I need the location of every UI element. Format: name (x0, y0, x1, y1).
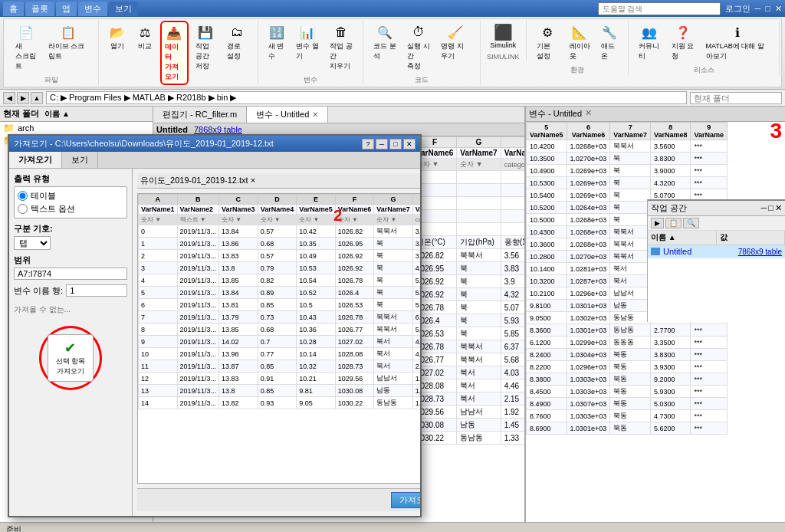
set-path-btn[interactable]: 🗂 경로 설정 (223, 21, 251, 85)
up-btn[interactable]: ▲ (31, 92, 43, 104)
table-row[interactable]: 8.45001.0303e+03북동5.9300*** (527, 386, 728, 398)
radio-table-input[interactable] (18, 191, 28, 201)
table-cell[interactable]: 북 (457, 288, 501, 301)
table-cell[interactable]: 북 (457, 301, 501, 314)
table-row[interactable]: 8.24001.0304e+03북동3.8300*** (527, 349, 728, 361)
table-cell[interactable]: 북서 (457, 392, 501, 406)
radio-text-options[interactable]: 텍스트 옵션 (18, 203, 123, 215)
forward-btn[interactable]: ▶ (17, 92, 29, 104)
tab-view[interactable]: 보기 (109, 2, 138, 16)
compare-btn[interactable]: ⚖ 비교 (133, 21, 157, 85)
table-row[interactable]: 8.69001.0301e+03북동5.6200*** (527, 422, 728, 435)
table-cell[interactable]: 북 (457, 262, 501, 275)
help-search-input[interactable] (598, 2, 721, 15)
import-selected-btn[interactable]: ✔ 선택 항목가져오기 (48, 334, 94, 382)
table-cell[interactable]: 남동 (457, 419, 501, 432)
code-analyze-btn[interactable]: 🔍 코드 분석 (370, 21, 400, 74)
workspace-item-untitled[interactable]: Untitled 7868x9 table (648, 245, 785, 258)
table-cell[interactable]: 북서 (457, 379, 501, 392)
tab-variable[interactable]: 변수 - Untitled ✕ (247, 107, 328, 123)
table-cell[interactable]: 3.9 (501, 275, 524, 288)
table-cell[interactable]: 5.68 (501, 353, 524, 366)
table-cell[interactable] (457, 210, 501, 223)
address-path[interactable]: C: ▶ Program Files ▶ MATLAB ▶ R2018b ▶ b… (46, 91, 687, 104)
close-btn[interactable]: ✕ (775, 4, 782, 14)
back-btn[interactable]: ◀ (3, 92, 15, 104)
table-cell[interactable]: 1.33 (501, 432, 524, 445)
right-title-close[interactable]: ✕ (585, 108, 592, 120)
table-cell[interactable]: 4.46 (501, 379, 524, 392)
table-cell[interactable]: 북 (457, 275, 501, 288)
table-cell[interactable]: 북북서 (457, 353, 501, 366)
table-row[interactable]: 8.76001.0303e+03북동4.7300*** (527, 410, 728, 422)
table-cell[interactable]: 북북서 (457, 340, 501, 353)
table-cell[interactable]: 3.56 (501, 249, 524, 262)
ws-btn-2[interactable]: 📋 (665, 218, 682, 228)
range-input[interactable] (14, 268, 127, 280)
help-req-btn[interactable]: ❓ 지원 요청 (668, 21, 699, 64)
tab-home[interactable]: 홈 (3, 2, 24, 16)
addons-btn[interactable]: 🔧 애드온 (597, 21, 622, 64)
table-row[interactable]: 10.53001.0269e+03북4.3200*** (527, 177, 728, 189)
radio-text-input[interactable] (18, 204, 28, 214)
import-btn[interactable]: 가져오기 ▼ (391, 492, 420, 508)
table-row[interactable]: 10.35001.0270e+03북3.8300*** (527, 153, 728, 165)
dialog-tab-import[interactable]: 가져오기 (9, 152, 62, 168)
table-row[interactable]: 10.49001.0269e+03북3.9000*** (527, 165, 728, 177)
table-cell[interactable] (501, 223, 524, 236)
tab-var[interactable]: 변수 (78, 2, 107, 16)
dialog-tab-view[interactable]: 보기 (62, 152, 98, 168)
dialog-maximize-btn[interactable]: □ (389, 139, 402, 149)
about-btn[interactable]: ℹ MATLAB에 대해 알아보기 (702, 21, 774, 64)
workspace-minimize[interactable]: ─ (761, 203, 767, 213)
open-btn[interactable]: 📂 열기 (105, 21, 130, 85)
new-var-btn[interactable]: 🔢 새 변수 (264, 21, 290, 74)
ws-var-value[interactable]: 7868x9 table (738, 248, 782, 256)
workspace-expand[interactable]: □ (768, 203, 774, 213)
live-script-btn[interactable]: 📋 라이브 스크립트 (44, 21, 92, 74)
table-cell[interactable]: 5.93 (501, 314, 524, 327)
layout-btn[interactable]: 📐 레이아웃 (566, 21, 594, 64)
table-row[interactable]: 8.49001.0307e+03북동5.0300*** (527, 398, 728, 410)
ws-btn-3[interactable]: 🔍 (683, 218, 699, 228)
table-cell[interactable]: 북 (457, 327, 501, 340)
table-cell[interactable] (501, 210, 524, 223)
tab-app[interactable]: 앱 (56, 2, 77, 16)
clear-cmd-btn[interactable]: 🧹 명령 지우기 (437, 21, 473, 74)
varnames-row-input[interactable] (66, 284, 127, 297)
tab-editor[interactable]: 편집기 - RC_filter.m (153, 107, 247, 123)
table-row[interactable]: 10.42001.0268e+03북북서3.5600*** (527, 140, 728, 153)
table-cell[interactable]: 1.92 (501, 406, 524, 419)
file-item-arch[interactable]: 📁 arch (0, 122, 153, 134)
table-cell[interactable] (501, 171, 524, 184)
table-cell[interactable]: 4.32 (501, 288, 524, 301)
table-cell[interactable]: 3.83 (501, 262, 524, 275)
tab-variable-close[interactable]: ✕ (312, 110, 318, 119)
table-row[interactable]: 8.36001.0301e+03동남동2.7700*** (527, 324, 728, 337)
maximize-btn[interactable]: □ (765, 4, 770, 13)
dialog-minimize-btn[interactable]: ─ (376, 139, 388, 149)
dialog-close-btn[interactable]: ✕ (403, 139, 415, 149)
table-cell[interactable] (501, 197, 524, 210)
table-cell[interactable] (457, 223, 501, 236)
table-row[interactable]: 8.22001.0296e+03북동3.9300*** (527, 361, 728, 373)
search-input[interactable] (690, 92, 782, 104)
table-row[interactable]: 6.12001.0299e+03동동동3.3500*** (527, 337, 728, 349)
table-cell[interactable]: 4.03 (501, 366, 524, 379)
save-workspace-btn[interactable]: 💾 작업 공간저장 (192, 21, 220, 85)
community-btn[interactable]: 👥 커뮤니티 (635, 21, 665, 64)
minimize-btn[interactable]: ─ (755, 4, 761, 13)
table-cell[interactable] (501, 184, 524, 197)
simulink-btn[interactable]: ⬛ Simulink (486, 21, 520, 51)
table-cell[interactable]: 동남동 (457, 432, 501, 445)
table-cell[interactable]: 풍향(16poi... (501, 236, 524, 249)
table-cell[interactable]: 북서 (457, 366, 501, 379)
clear-workspace-btn[interactable]: 🗑 작업 공간지우기 (326, 21, 356, 74)
table-cell[interactable]: 북북서 (457, 249, 501, 262)
table-cell[interactable]: 6.37 (501, 340, 524, 353)
table-cell[interactable]: 5.07 (501, 301, 524, 314)
tab-plot[interactable]: 플롯 (25, 2, 54, 16)
runtime-btn[interactable]: ⏱ 실행 시간측정 (403, 21, 434, 74)
table-cell[interactable]: 1.45 (501, 419, 524, 432)
import-data-btn[interactable]: 📥 데이터가져오기 (160, 21, 189, 85)
